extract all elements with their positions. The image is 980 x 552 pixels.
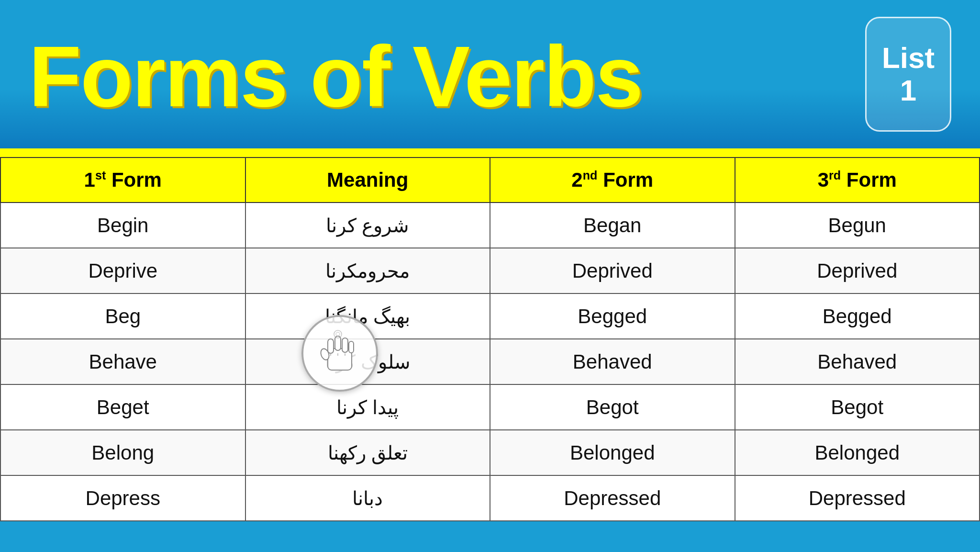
cell-form3: Deprived bbox=[735, 248, 980, 293]
cell-form2: Began bbox=[490, 203, 735, 248]
cell-form3: Belonged bbox=[735, 430, 980, 475]
cell-form3: Depressed bbox=[735, 475, 980, 521]
cell-form2: Depressed bbox=[490, 475, 735, 521]
cell-form3: Begun bbox=[735, 203, 980, 248]
cell-meaning: سلوک کرنا bbox=[245, 339, 490, 384]
col-header-meaning: Meaning bbox=[245, 158, 490, 203]
col-header-form1: 1st Form bbox=[0, 158, 245, 203]
cell-form3: Behaved bbox=[735, 339, 980, 384]
cell-meaning: بھیگ مانگنا bbox=[245, 293, 490, 339]
col-header-form2: 2nd Form bbox=[490, 158, 735, 203]
cell-form3: Begged bbox=[735, 293, 980, 339]
list-label: List bbox=[882, 42, 935, 74]
cell-meaning: دبانا bbox=[245, 475, 490, 521]
cell-meaning: محرومکرنا bbox=[245, 248, 490, 293]
cell-form1: Behave bbox=[0, 339, 245, 384]
cell-form2: Behaved bbox=[490, 339, 735, 384]
cell-form2: Belonged bbox=[490, 430, 735, 475]
verbs-table: 1st Form Meaning 2nd Form 3rd Form Begin… bbox=[0, 157, 980, 521]
cell-form3: Begot bbox=[735, 384, 980, 430]
cell-meaning: پیدا کرنا bbox=[245, 384, 490, 430]
cell-form1: Beg bbox=[0, 293, 245, 339]
table-container: 1st Form Meaning 2nd Form 3rd Form Begin… bbox=[0, 157, 980, 521]
cell-form1: Belong bbox=[0, 430, 245, 475]
col-header-form3: 3rd Form bbox=[735, 158, 980, 203]
table-row: Beginشروع کرناBeganBegun bbox=[0, 203, 980, 248]
cell-form1: Begin bbox=[0, 203, 245, 248]
cell-form1: Deprive bbox=[0, 248, 245, 293]
table-row: DepriveمحرومکرناDeprivedDeprived bbox=[0, 248, 980, 293]
header-section: Forms of Verbs List 1 bbox=[0, 0, 980, 148]
page-title: Forms of Verbs bbox=[29, 29, 642, 120]
cell-form1: Beget bbox=[0, 384, 245, 430]
table-row: DepressدباناDepressedDepressed bbox=[0, 475, 980, 521]
list-number: 1 bbox=[900, 74, 916, 107]
cell-form2: Begot bbox=[490, 384, 735, 430]
list-badge: List 1 bbox=[865, 17, 951, 132]
table-header-row: 1st Form Meaning 2nd Form 3rd Form bbox=[0, 158, 980, 203]
table-row: Begetپیدا کرناBegotBegot bbox=[0, 384, 980, 430]
table-row: Begبھیگ مانگناBeggedBegged bbox=[0, 293, 980, 339]
cell-form2: Deprived bbox=[490, 248, 735, 293]
cell-meaning: شروع کرنا bbox=[245, 203, 490, 248]
yellow-divider bbox=[0, 148, 980, 157]
cell-form2: Begged bbox=[490, 293, 735, 339]
cell-meaning: تعلق رکھنا bbox=[245, 430, 490, 475]
cell-form1: Depress bbox=[0, 475, 245, 521]
table-row: Behaveسلوک کرناBehavedBehaved bbox=[0, 339, 980, 384]
table-row: Belongتعلق رکھناBelongedBelonged bbox=[0, 430, 980, 475]
